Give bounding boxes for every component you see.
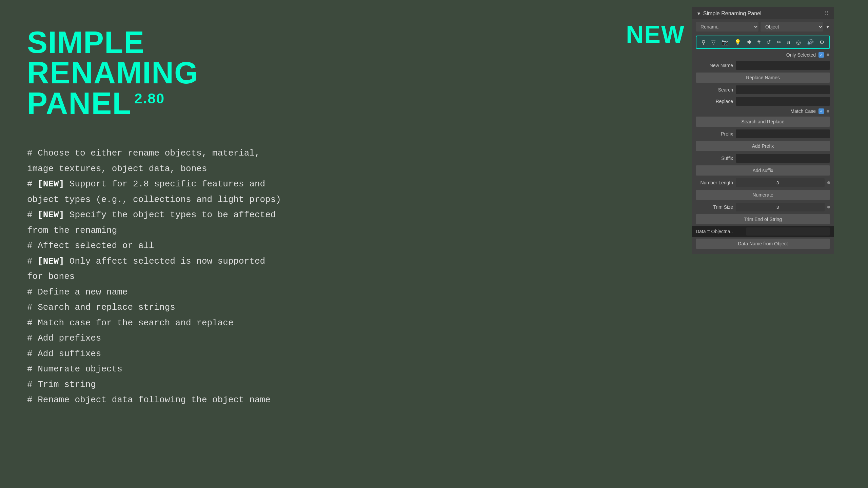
- panel-title-row: ▼ Simple Renaming Panel: [696, 11, 762, 17]
- match-case-checkbox[interactable]: ✓: [818, 108, 824, 114]
- data-object-input[interactable]: [746, 227, 830, 236]
- suffix-input[interactable]: [736, 154, 830, 163]
- renaming-panel: ▼ Simple Renaming Panel ⠿ Renami.. Objec…: [692, 7, 834, 254]
- number-length-row: Number Length: [692, 177, 834, 188]
- add-prefix-button[interactable]: Add Prefix: [696, 141, 830, 151]
- feature-item-10: # Add suffixes: [27, 346, 281, 362]
- panel-collapse-arrow[interactable]: ▼: [696, 11, 701, 16]
- only-selected-dot: [827, 54, 829, 56]
- left-content: SIMPLE RENAMING PANEL2.80 # Choose to ei…: [27, 27, 281, 408]
- feature-item-8: # Match case for the search and replace: [27, 316, 281, 331]
- icon-camera[interactable]: 📷: [721, 38, 729, 46]
- number-length-dot: [827, 181, 830, 184]
- replace-row: Replace: [692, 96, 834, 107]
- panel-header: ▼ Simple Renaming Panel ⠿: [692, 7, 834, 19]
- numerate-button[interactable]: Numerate: [696, 190, 830, 200]
- prefix-label: Prefix: [696, 131, 733, 137]
- version-badge: 2.80: [134, 90, 165, 106]
- icon-light[interactable]: 💡: [733, 38, 742, 46]
- icon-speaker[interactable]: 🔊: [806, 38, 815, 46]
- object-type-icon-bar: ⚲ ▽ 📷 💡 ✱ # ↺ ✏ a ◎ 🔊 ⚙: [696, 36, 830, 49]
- suffix-label: Suffix: [696, 156, 733, 161]
- data-object-row: Data = Objectna..: [692, 226, 834, 237]
- icon-pen[interactable]: ✏: [776, 38, 782, 46]
- new-name-label: New Name: [696, 63, 733, 68]
- feature-item-6: # Define a new name: [27, 285, 281, 300]
- match-case-label: Match Case: [790, 108, 816, 114]
- search-replace-button[interactable]: Search and Replace: [696, 117, 830, 127]
- data-object-label: Data = Objectna..: [696, 229, 743, 234]
- number-length-label: Number Length: [696, 180, 733, 185]
- icon-empty[interactable]: ✱: [746, 38, 752, 46]
- trim-size-dot: [827, 206, 830, 208]
- feature-item-9: # Add prefixes: [27, 331, 281, 346]
- suffix-row: Suffix: [692, 152, 834, 164]
- replace-label: Replace: [696, 99, 733, 104]
- type-selector-row: Renami.. Object ▼: [692, 19, 834, 34]
- panel-options-dots[interactable]: ⠿: [825, 10, 829, 17]
- icon-lattice[interactable]: #: [756, 39, 762, 46]
- replace-names-button[interactable]: Replace Names: [696, 73, 830, 83]
- replace-input[interactable]: [736, 97, 830, 106]
- search-label: Search: [696, 87, 733, 93]
- object-type-dropdown[interactable]: Object: [761, 22, 823, 32]
- icon-circle[interactable]: ◎: [795, 38, 802, 46]
- new-name-row: New Name: [692, 60, 834, 71]
- object-dropdown-arrow: ▼: [825, 24, 830, 29]
- title-line1: SIMPLE: [27, 25, 145, 59]
- main-title: SIMPLE RENAMING PANEL2.80: [27, 27, 281, 119]
- type-dropdown[interactable]: Renami..: [696, 22, 758, 32]
- title-line2: RENAMING: [27, 56, 199, 90]
- feature-item-11: # Numerate objects: [27, 362, 281, 377]
- icon-settings[interactable]: ⚙: [818, 38, 825, 46]
- trim-end-button[interactable]: Trim End of String: [696, 214, 830, 224]
- trim-size-label: Trim Size: [696, 204, 733, 210]
- match-case-row: Match Case ✓: [692, 107, 834, 115]
- data-name-button[interactable]: Data Name from Object: [696, 239, 830, 249]
- prefix-row: Prefix: [692, 128, 834, 140]
- feature-item-2: # [NEW] Support for 2.8 specific feature…: [27, 177, 281, 207]
- icon-curve[interactable]: ↺: [765, 38, 772, 46]
- feature-list: # Choose to either rename objects, mater…: [27, 146, 281, 408]
- icon-armature[interactable]: ⚲: [701, 38, 707, 46]
- only-selected-checkbox[interactable]: ✓: [818, 52, 824, 58]
- feature-item-5: # [NEW] Only affect selected is now supp…: [27, 254, 281, 285]
- match-case-dot: [827, 110, 829, 113]
- icon-mesh[interactable]: ▽: [710, 38, 716, 46]
- trim-size-row: Trim Size: [692, 201, 834, 213]
- feature-item-13: # Rename object data following the objec…: [27, 392, 281, 408]
- icon-text[interactable]: a: [786, 39, 791, 46]
- only-selected-row: Only Selected ✓: [692, 50, 834, 60]
- new-name-input[interactable]: [736, 61, 830, 70]
- feature-item-4: # Affect selected or all: [27, 238, 281, 254]
- prefix-input[interactable]: [736, 129, 830, 138]
- feature-item-7: # Search and replace strings: [27, 300, 281, 316]
- search-input[interactable]: [736, 85, 830, 94]
- title-line3: PANEL: [27, 86, 132, 120]
- number-length-input[interactable]: [736, 178, 825, 187]
- feature-item-3: # [NEW] Specify the object types to be a…: [27, 207, 281, 238]
- feature-item-1: # Choose to either rename objects, mater…: [27, 146, 281, 177]
- add-suffix-button[interactable]: Add suffix: [696, 165, 830, 176]
- feature-item-12: # Trim string: [27, 377, 281, 393]
- panel-title: Simple Renaming Panel: [703, 11, 762, 17]
- only-selected-label: Only Selected: [786, 52, 816, 58]
- new-badge: NEW: [626, 20, 685, 48]
- search-row: Search: [692, 84, 834, 96]
- trim-size-input[interactable]: [736, 203, 825, 211]
